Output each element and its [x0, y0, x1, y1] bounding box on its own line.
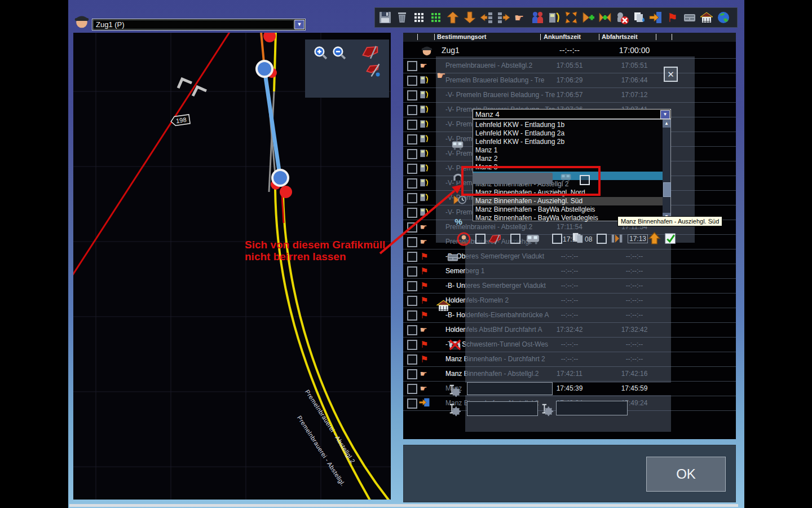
toolbar-depot-button[interactable] [699, 10, 714, 25]
fuel-icon [419, 119, 430, 130]
graphics-garbage-box [473, 173, 553, 184]
row-checkbox[interactable] [407, 76, 417, 86]
toolbar-delete-button[interactable] [395, 10, 409, 25]
toolbar-exit-door-button[interactable] [648, 10, 663, 25]
scrollbar-thumb[interactable] [663, 182, 671, 197]
toolbar-move-down-button[interactable] [462, 10, 477, 25]
toolbar-move-up-button[interactable] [445, 10, 460, 25]
toolbar-passengers-button[interactable] [530, 10, 545, 25]
dropdown-item[interactable]: Manz 1 [473, 146, 663, 155]
dropdown-item[interactable]: Lehnfeld KKW - Entladung 2a [473, 129, 663, 138]
tooltip: Manz Binnenhafen - Ausziehgl. Süd [617, 216, 722, 226]
toolbar-globe-button[interactable] [716, 10, 731, 25]
dropdown-item[interactable]: Lehnfeld KKW - Entladung 1b [473, 121, 663, 129]
toolbar-save-button[interactable] [378, 10, 392, 25]
depot-icon [699, 10, 714, 25]
map-zoom-out-button[interactable] [332, 45, 347, 60]
map-zoom-in-button[interactable] [313, 45, 328, 60]
flag-icon: ⚑ [419, 265, 430, 277]
row-checkbox[interactable] [407, 325, 417, 335]
move-up-icon [445, 10, 460, 25]
red-track-line [73, 33, 249, 277]
red-node-top [263, 33, 276, 42]
toolbar-grid-green-button[interactable] [429, 10, 443, 25]
main-toolbar: ☛⚑ [374, 7, 738, 28]
toolbar-remove-lock-button[interactable] [615, 10, 629, 25]
row-checkbox[interactable] [407, 354, 417, 365]
red-area-edit-icon [365, 62, 382, 79]
svg-text:⚑: ⚑ [667, 11, 678, 24]
map-red-area-button[interactable] [361, 44, 379, 62]
toolbar-copy-doc-button[interactable] [632, 10, 646, 25]
scroll-up-icon[interactable]: ▲ [663, 120, 670, 128]
row-checkbox[interactable] [407, 134, 417, 144]
toolbar-flag-button[interactable]: ⚑ [665, 10, 680, 25]
row-checkbox[interactable] [407, 164, 417, 174]
row-checkbox[interactable] [407, 398, 417, 409]
train-select-combo[interactable]: Zug1 (P) ▼ [92, 19, 306, 30]
dropdown-item[interactable]: Manz Binnenhafen - BayWa Abstellgleis [473, 205, 663, 214]
row-checkbox[interactable] [407, 61, 417, 71]
destination-combo[interactable]: Manz 4 ▼ [473, 109, 671, 119]
row-checkbox[interactable] [407, 105, 417, 115]
blue-route-line [264, 69, 280, 178]
svg-text:☛: ☛ [514, 12, 524, 24]
close-icon[interactable]: ✕ [664, 67, 678, 82]
dropdown-item[interactable]: Manz Binnenhafen - Ausziehgl. Süd [473, 197, 663, 205]
row-checkbox[interactable] [407, 266, 417, 277]
train-departure: 17:00:00 [603, 46, 665, 55]
flag-icon: ⚑ [665, 10, 680, 25]
fuel-icon [419, 163, 430, 174]
track-map[interactable]: 198 Premelnbrauerei - Abstellgl.2 Premel… [73, 33, 391, 500]
row-checkbox[interactable] [407, 208, 417, 218]
row-checkbox[interactable] [407, 369, 417, 379]
toolbar-shift-right-button[interactable] [479, 10, 494, 25]
fuel-icon [419, 104, 430, 115]
col-destination: Bestimmungsort [437, 33, 486, 40]
dropdown-item[interactable]: Manz Binnenhafen - Ausziehgl. Nord [473, 189, 663, 197]
fuel-icon [419, 148, 430, 159]
dropdown-item[interactable]: Manz 2 [473, 155, 663, 163]
toolbar-hand-button[interactable]: ☛ [513, 10, 528, 25]
dropdown-scrollbar[interactable]: ▲ ▼ [663, 120, 670, 221]
app-screen: 198 Premelnbrauerei - Abstellgl.2 Premel… [0, 0, 812, 508]
row-checkbox[interactable] [407, 120, 417, 130]
hand-icon: ☛ [513, 10, 528, 25]
schedule-row[interactable]: ☛Manz17:45:3917:45:59 [403, 381, 736, 396]
toolbar-console-button[interactable] [682, 10, 697, 25]
row-checkbox[interactable] [407, 149, 417, 159]
toolbar-add-train-button[interactable] [581, 10, 595, 25]
chevron-down-icon[interactable]: ▼ [294, 20, 304, 29]
row-checkbox[interactable] [407, 237, 417, 247]
row-checkbox[interactable] [407, 296, 417, 306]
row-checkbox[interactable] [407, 222, 417, 233]
row-checkbox[interactable] [407, 340, 417, 350]
ok-button[interactable]: OK [646, 457, 726, 492]
dropdown-item[interactable]: Manz 3 [473, 163, 663, 172]
toolbar-grid-button[interactable] [412, 10, 426, 25]
blue-node-2 [272, 170, 288, 186]
flag-icon: ⚑ [419, 309, 430, 321]
row-checkbox[interactable] [407, 193, 417, 203]
row-checkbox[interactable] [407, 90, 417, 100]
row-checkbox[interactable] [407, 310, 417, 321]
toolbar-shift-left-button[interactable] [496, 10, 511, 25]
fuel-icon [419, 207, 430, 218]
row-checkbox[interactable] [407, 384, 417, 394]
row-checkbox[interactable] [407, 252, 417, 262]
chevron-down-icon[interactable]: ▼ [660, 110, 670, 119]
row-arrival-time: 17:45:39 [539, 384, 601, 392]
map-red-area-edit-button[interactable] [365, 62, 382, 79]
row-destination-bright: -T- V Schwestern-Tunnel Ost-Wes [445, 340, 465, 348]
destination-dropdown-list: Lehnfeld KKW - Entladung 1bLehnfeld KKW … [473, 119, 671, 221]
dropdown-item[interactable]: Lehnfeld KKW - Entladung 2b [473, 138, 663, 146]
toolbar-insert-train-button[interactable] [598, 10, 612, 25]
toolbar-expand-button[interactable] [564, 10, 579, 25]
zoom-out-icon [332, 45, 347, 60]
col-departure: Abfahrtszeit [602, 33, 638, 40]
row-checkbox[interactable] [407, 178, 417, 189]
train-name: Zug1 [442, 46, 460, 55]
console-icon [682, 10, 697, 25]
row-checkbox[interactable] [407, 281, 417, 291]
toolbar-fuel-depot-button[interactable] [547, 10, 562, 25]
